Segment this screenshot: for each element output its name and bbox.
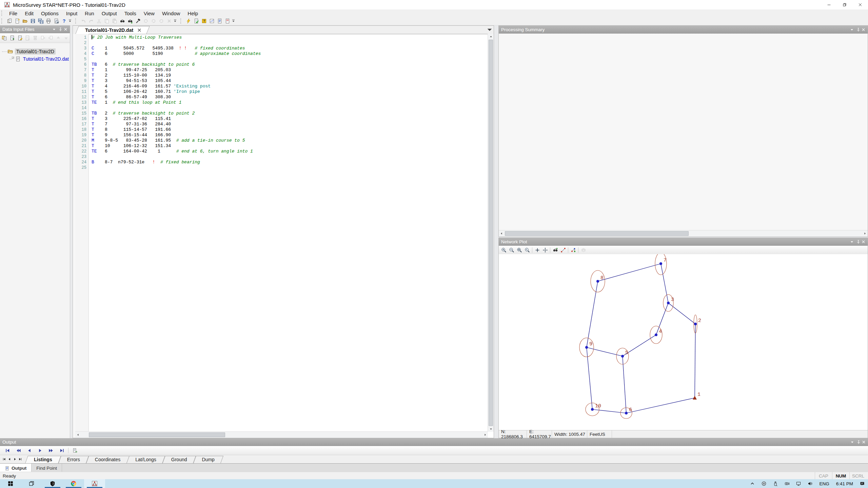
output-tab-listings[interactable]: Listings: [26, 456, 60, 463]
help-icon[interactable]: ?: [60, 17, 68, 25]
file-checkbox[interactable]: [12, 57, 14, 62]
scroll-down-button[interactable]: [488, 426, 494, 432]
menu-help[interactable]: Help: [184, 10, 202, 17]
tray-capture-icon[interactable]: [781, 479, 793, 488]
code-area[interactable]: # 2D Job with Multi-Loop TraversesC 1 50…: [89, 34, 494, 438]
error-window-icon[interactable]: [223, 17, 231, 25]
nav-first-tab-button[interactable]: [1, 457, 7, 462]
panel-tab-find-point[interactable]: Find Point: [32, 464, 62, 473]
panel-menu-button[interactable]: [849, 27, 855, 33]
toolbar-overflow-button[interactable]: [231, 17, 235, 25]
attach-file-icon[interactable]: [1, 34, 8, 42]
station-marker-9[interactable]: [585, 346, 588, 349]
menu-options[interactable]: Options: [37, 10, 62, 17]
tray-volume-icon[interactable]: [804, 479, 816, 488]
language-indicator[interactable]: ENG: [816, 481, 832, 486]
document-tab[interactable]: Tutorial01-Trav2D.dat: [77, 26, 148, 34]
station-marker-3[interactable]: [667, 302, 670, 304]
pan-icon[interactable]: [533, 246, 541, 254]
scroll-right-button[interactable]: [862, 230, 868, 237]
nav-next-tab-button[interactable]: [12, 457, 18, 462]
toolbar-overflow-button[interactable]: [173, 17, 177, 25]
vertical-scroll-thumb[interactable]: [489, 40, 493, 426]
plot-window-icon[interactable]: [208, 17, 216, 25]
new-data-file-icon[interactable]: [8, 34, 16, 42]
find-in-files-icon[interactable]: [126, 17, 134, 25]
station-marker-10[interactable]: [591, 408, 594, 411]
output-tab-lat-longs[interactable]: Lat/Longs: [128, 456, 164, 463]
nav-last-tab-button[interactable]: [18, 457, 23, 462]
print-preview-icon[interactable]: [52, 17, 60, 25]
tray-usb-icon[interactable]: [770, 479, 781, 488]
processing-summary-scrollbar[interactable]: [499, 230, 868, 237]
fixed-station-marker-1[interactable]: [693, 396, 697, 400]
page-back-button[interactable]: [13, 447, 24, 454]
scroll-up-button[interactable]: [488, 34, 494, 39]
horizontal-scroll-thumb[interactable]: [89, 432, 225, 437]
tree-file-item[interactable]: Tutorial01-Trav2D.dat: [0, 55, 70, 63]
menu-file[interactable]: File: [5, 10, 21, 17]
inverse-icon[interactable]: [559, 246, 567, 254]
station-marker-6[interactable]: [625, 412, 628, 414]
station-marker-7[interactable]: [659, 262, 662, 265]
minimize-button[interactable]: [821, 0, 837, 9]
tray-app-icon[interactable]: [758, 479, 770, 488]
toolbar-overflow-button[interactable]: [68, 17, 72, 25]
station-marker-2[interactable]: [694, 323, 697, 325]
line-back-button[interactable]: [24, 447, 35, 454]
close-button[interactable]: [852, 0, 868, 9]
editor-body[interactable]: 1234567891011121314151617181920212223242…: [73, 34, 494, 438]
goto-error-button[interactable]: [70, 447, 80, 454]
station-marker-5[interactable]: [621, 355, 624, 358]
document-close-icon[interactable]: [137, 28, 141, 32]
tray-chevron-icon[interactable]: [747, 479, 758, 488]
run-adjustment-icon[interactable]: [184, 17, 192, 25]
project-manager-icon[interactable]: [5, 17, 13, 25]
scroll-left-button[interactable]: [75, 432, 81, 438]
panel-close-button[interactable]: [861, 239, 866, 245]
zoom-back-icon[interactable]: [523, 246, 531, 254]
tree-root-item[interactable]: Tutorial01-Trav2D: [0, 48, 70, 55]
quick-help-icon[interactable]: ?: [200, 17, 208, 25]
menu-output[interactable]: Output: [98, 10, 121, 17]
menu-view[interactable]: View: [140, 10, 158, 17]
scroll-left-button[interactable]: [499, 230, 504, 237]
plot-options-icon[interactable]: [569, 246, 577, 254]
panel-close-button[interactable]: [63, 26, 68, 32]
taskbar-task-view[interactable]: [21, 479, 42, 488]
edit-file-icon[interactable]: [16, 34, 24, 42]
action-center-icon[interactable]: [856, 479, 868, 488]
output-tab-dump[interactable]: Dump: [195, 456, 222, 463]
zoom-out-icon[interactable]: [508, 246, 515, 254]
print-icon[interactable]: [44, 17, 52, 25]
check-input-icon[interactable]: [192, 17, 200, 25]
panel-pin-button[interactable]: [855, 439, 861, 445]
panel-close-button[interactable]: [861, 27, 866, 33]
editor-horizontal-scrollbar[interactable]: [75, 431, 488, 438]
panel-close-button[interactable]: [861, 439, 867, 445]
find-icon[interactable]: [118, 17, 126, 25]
nav-prev-tab-button[interactable]: [7, 457, 12, 462]
taskbar-starnet-app[interactable]: [84, 479, 105, 488]
taskbar-chrome[interactable]: [63, 479, 84, 488]
restore-button[interactable]: [837, 0, 852, 9]
tree-root-label[interactable]: Tutorial01-Trav2D: [15, 48, 56, 55]
taskbar-defender[interactable]: [42, 479, 63, 488]
page-forward-button[interactable]: [45, 447, 56, 454]
network-plot-area[interactable]: 78324951106: [499, 254, 868, 430]
menu-input[interactable]: Input: [62, 10, 81, 17]
panel-pin-button[interactable]: [855, 239, 861, 245]
tree-file-label[interactable]: Tutorial01-Trav2D.dat: [22, 56, 70, 62]
panel-tab-output[interactable]: Output: [0, 464, 32, 473]
panel-pin-button[interactable]: [57, 26, 63, 32]
panel-menu-button[interactable]: [51, 26, 57, 32]
line-forward-button[interactable]: [35, 447, 45, 454]
clock[interactable]: 6:41 PM: [833, 481, 856, 486]
zoom-extents-icon[interactable]: [515, 246, 523, 254]
output-tab-errors[interactable]: Errors: [60, 456, 87, 463]
go-last-button[interactable]: [56, 447, 67, 454]
go-first-button[interactable]: [2, 447, 13, 454]
panel-pin-button[interactable]: [855, 27, 861, 33]
find-point-icon[interactable]: [551, 246, 559, 254]
save-file-icon[interactable]: [29, 17, 37, 25]
